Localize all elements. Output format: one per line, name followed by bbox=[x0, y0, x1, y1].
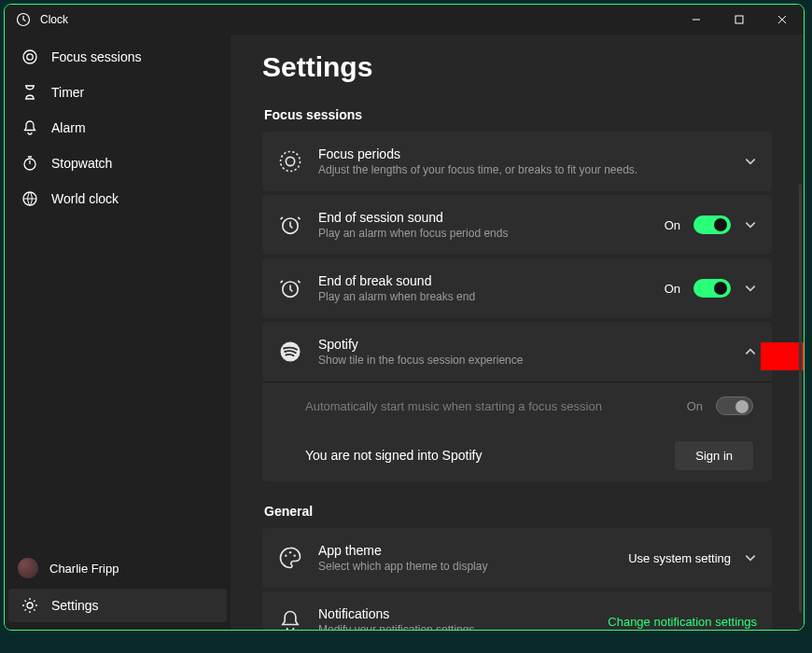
sidebar-item-label: Alarm bbox=[51, 120, 86, 135]
row-subtitle: Modify your notification settings bbox=[318, 623, 608, 630]
toggle-end-session[interactable] bbox=[693, 215, 731, 234]
user-row[interactable]: Charlie Fripp bbox=[5, 549, 231, 587]
row-subtitle: Play an alarm when breaks end bbox=[318, 290, 665, 303]
toggle-state-label: On bbox=[665, 282, 680, 296]
alarm-clock-icon bbox=[277, 212, 303, 238]
spotify-signin-status: You are not signed into Spotify bbox=[305, 448, 675, 463]
chevron-up-icon bbox=[744, 345, 757, 358]
toggle-spotify-autostart[interactable] bbox=[716, 396, 753, 415]
sidebar-item-stopwatch[interactable]: Stopwatch bbox=[8, 146, 227, 180]
row-title: App theme bbox=[318, 543, 628, 558]
spotify-signin-button[interactable]: Sign in bbox=[675, 441, 753, 470]
row-app-theme[interactable]: App theme Select which app theme to disp… bbox=[262, 528, 772, 588]
row-subtitle: Adjust the lengths of your focus time, o… bbox=[318, 163, 744, 176]
row-title: Focus periods bbox=[318, 146, 744, 161]
chevron-down-icon bbox=[744, 282, 757, 295]
theme-value: Use system setting bbox=[628, 551, 731, 565]
user-name: Charlie Fripp bbox=[49, 562, 119, 576]
row-spotify: Spotify Show tile in the focus session e… bbox=[262, 322, 772, 481]
row-subtitle: Select which app theme to display bbox=[318, 560, 628, 573]
scrollbar[interactable] bbox=[799, 184, 802, 613]
sidebar-item-label: Settings bbox=[51, 598, 99, 613]
target-icon bbox=[21, 49, 38, 65]
target-dashed-icon bbox=[277, 148, 303, 174]
row-title: End of break sound bbox=[318, 273, 665, 288]
spotify-autostart-label: Automatically start music when starting … bbox=[305, 399, 687, 413]
minimize-button[interactable] bbox=[675, 5, 718, 35]
sidebar-item-focus-sessions[interactable]: Focus sessions bbox=[8, 40, 227, 74]
gear-icon bbox=[21, 597, 38, 614]
svg-point-6 bbox=[27, 603, 33, 608]
row-subtitle: Play an alarm when focus period ends bbox=[318, 227, 665, 240]
sidebar-item-world-clock[interactable]: World clock bbox=[8, 182, 227, 215]
svg-rect-1 bbox=[735, 16, 743, 23]
row-notifications[interactable]: Notifications Modify your notification s… bbox=[262, 591, 772, 630]
svg-point-13 bbox=[289, 551, 291, 553]
sidebar: Focus sessions Timer Alarm Stopwatch Wor… bbox=[5, 35, 231, 630]
titlebar: Clock bbox=[5, 5, 804, 35]
row-spotify-header[interactable]: Spotify Show tile in the focus session e… bbox=[262, 322, 772, 382]
hourglass-icon bbox=[21, 84, 38, 101]
row-end-break-sound[interactable]: End of break sound Play an alarm when br… bbox=[262, 258, 772, 318]
row-title: Notifications bbox=[318, 606, 608, 621]
sidebar-item-label: Timer bbox=[51, 85, 84, 100]
app-window: Clock Focus sessions Timer Alarm bbox=[4, 4, 805, 631]
sidebar-item-label: World clock bbox=[51, 191, 119, 206]
app-title: Clock bbox=[40, 13, 68, 26]
svg-point-7 bbox=[281, 152, 301, 172]
bell-icon bbox=[277, 608, 303, 630]
svg-point-3 bbox=[27, 54, 33, 60]
section-header-general: General bbox=[264, 504, 772, 519]
section-header-focus: Focus sessions bbox=[264, 107, 772, 122]
avatar bbox=[18, 558, 38, 578]
row-title: End of session sound bbox=[318, 210, 665, 225]
close-button[interactable] bbox=[761, 5, 804, 35]
row-focus-periods[interactable]: Focus periods Adjust the lengths of your… bbox=[262, 132, 772, 191]
page-title: Settings bbox=[262, 51, 772, 83]
toggle-end-break[interactable] bbox=[693, 279, 731, 298]
spotify-expanded-panel: Automatically start music when starting … bbox=[262, 382, 772, 481]
clock-app-icon bbox=[16, 12, 31, 27]
row-end-session-sound[interactable]: End of session sound Play an alarm when … bbox=[262, 195, 772, 255]
row-subtitle: Show tile in the focus session experienc… bbox=[318, 354, 744, 367]
row-title: Spotify bbox=[318, 337, 744, 352]
toggle-state-label: On bbox=[687, 399, 703, 413]
alarm-clock-icon bbox=[277, 275, 303, 301]
svg-point-2 bbox=[23, 50, 36, 63]
stopwatch-icon bbox=[21, 155, 38, 172]
palette-icon bbox=[277, 545, 303, 571]
svg-point-14 bbox=[294, 555, 296, 557]
bell-icon bbox=[21, 119, 38, 136]
svg-point-8 bbox=[286, 157, 294, 165]
sidebar-item-settings[interactable]: Settings bbox=[8, 589, 227, 622]
window-controls bbox=[675, 5, 804, 35]
sidebar-item-timer[interactable]: Timer bbox=[8, 76, 227, 109]
globe-icon bbox=[21, 190, 38, 207]
sidebar-item-label: Focus sessions bbox=[51, 49, 141, 64]
svg-point-12 bbox=[285, 555, 287, 557]
chevron-down-icon bbox=[744, 155, 757, 168]
spotify-icon bbox=[277, 339, 303, 365]
chevron-down-icon bbox=[744, 218, 757, 231]
sidebar-item-label: Stopwatch bbox=[51, 156, 112, 171]
toggle-state-label: On bbox=[665, 218, 680, 232]
main-content: Settings Focus sessions Focus periods Ad… bbox=[231, 35, 804, 630]
sidebar-item-alarm[interactable]: Alarm bbox=[8, 111, 227, 145]
chevron-down-icon bbox=[744, 551, 757, 564]
notifications-link[interactable]: Change notification settings bbox=[608, 615, 757, 629]
maximize-button[interactable] bbox=[718, 5, 761, 35]
